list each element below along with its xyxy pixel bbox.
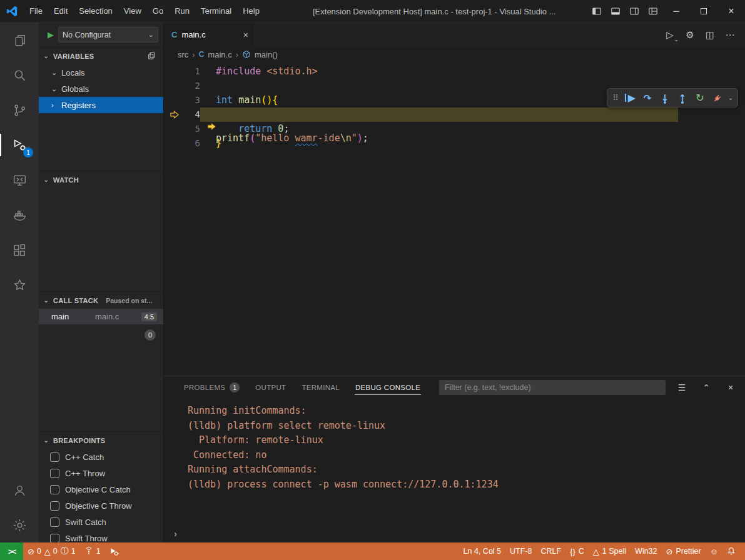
menu-selection[interactable]: Selection (73, 3, 118, 19)
explorer-icon[interactable] (0, 22, 39, 58)
breakpoint-gutter[interactable] (164, 64, 186, 79)
code-text[interactable]: return 0; (200, 122, 289, 136)
watch-header[interactable]: ⌄ WATCH (39, 171, 163, 188)
call-stack-header[interactable]: ⌄ CALL STACK Paused on st... (39, 292, 163, 309)
breadcrumb-symbol[interactable]: main() (255, 50, 278, 59)
more-actions-icon[interactable]: ⋯ (721, 26, 739, 44)
restart-button[interactable]: ↻ (691, 89, 709, 106)
remote-explorer-icon[interactable] (0, 162, 39, 198)
code-line[interactable]: 6 } (164, 136, 745, 151)
notifications-status[interactable] (722, 542, 740, 560)
diagnostics-status[interactable]: ⊘0 △0 ⓘ1 (23, 542, 80, 560)
menu-run[interactable]: Run (169, 3, 195, 19)
variables-header[interactable]: ⌄ VARIABLES (39, 48, 163, 64)
minimize-button[interactable]: ─ (662, 0, 690, 22)
source-control-icon[interactable] (0, 92, 39, 128)
eol-status[interactable]: CRLF (536, 542, 565, 560)
step-out-button[interactable]: ↑ (674, 89, 691, 106)
code-line-current[interactable]: 4 printf("hello wamr-ide\n"); (164, 108, 745, 122)
breakpoint-gutter[interactable] (164, 93, 186, 108)
tree-item-globals[interactable]: ⌄ Globals (39, 81, 163, 97)
filter-list-icon[interactable]: ☰ (674, 379, 690, 396)
checkbox-unchecked[interactable] (50, 452, 59, 462)
menu-terminal[interactable]: Terminal (195, 3, 237, 19)
code-text[interactable]: } (200, 136, 221, 151)
tab-main-c[interactable]: C main.c × (164, 22, 255, 47)
stack-frame-row[interactable]: main main.c 4:5 (39, 309, 163, 324)
menu-view[interactable]: View (118, 3, 147, 19)
spell-checker-status[interactable]: △ 1 Spell (589, 542, 631, 560)
toggle-sidebar-icon[interactable] (587, 0, 606, 22)
chevron-down-icon[interactable]: ⌄ (726, 94, 735, 101)
menu-help[interactable]: Help (237, 3, 265, 19)
run-or-debug-button[interactable]: ▷ ⌄ (661, 26, 679, 44)
breadcrumb-file[interactable]: main.c (208, 50, 231, 59)
code-line[interactable]: 1 #include <stdio.h> (164, 64, 745, 79)
disconnect-button[interactable] (709, 89, 726, 106)
gear-icon[interactable]: ⚙ (681, 26, 699, 44)
extensions-icon[interactable] (0, 232, 39, 268)
tab-terminal[interactable]: TERMINAL (298, 376, 343, 399)
drag-grip-icon[interactable]: ⠿ (610, 89, 621, 106)
breakpoints-header[interactable]: ⌄ BREAKPOINTS (39, 432, 163, 449)
checkbox-unchecked[interactable] (50, 501, 59, 511)
accounts-icon[interactable] (0, 472, 39, 508)
breakpoint-objc-throw[interactable]: Objective C Throw (39, 498, 163, 514)
breakpoint-objc-catch[interactable]: Objective C Catch (39, 481, 163, 498)
copy-icon[interactable] (146, 51, 156, 61)
code-line[interactable]: 5 return 0; (164, 122, 745, 136)
run-and-debug-icon[interactable]: 1 (0, 128, 39, 162)
code-text[interactable] (200, 79, 216, 93)
console-filter-input[interactable] (439, 380, 666, 395)
checkbox-unchecked[interactable] (50, 534, 59, 543)
breakpoint-cpp-throw[interactable]: C++ Throw (39, 465, 163, 481)
customize-layout-icon[interactable] (644, 0, 662, 22)
tab-debug-console[interactable]: DEBUG CONSOLE (352, 376, 424, 399)
docker-icon[interactable] (0, 198, 39, 232)
tree-item-registers[interactable]: › Registers (39, 97, 163, 113)
code-editor[interactable]: ⠿ ▶ ↷ ↓ ↑ ↻ ⌄ 1 #include <stdio.h> (164, 62, 745, 376)
platform-status[interactable]: Win32 (631, 542, 661, 560)
maximize-button[interactable] (690, 0, 717, 22)
encoding-status[interactable]: UTF-8 (505, 542, 536, 560)
settings-gear-icon[interactable] (0, 508, 39, 542)
menu-edit[interactable]: Edit (48, 3, 73, 19)
console-input-prompt[interactable]: › (174, 528, 177, 539)
ports-status[interactable]: 1 (80, 542, 105, 560)
debug-console-output[interactable]: Running initCommands: (lldb) platform se… (164, 399, 745, 542)
toggle-secondary-sidebar-icon[interactable] (625, 0, 644, 22)
breakpoint-gutter[interactable] (164, 122, 186, 136)
language-mode[interactable]: {} C (565, 542, 589, 560)
breakpoint-gutter[interactable] (164, 136, 186, 151)
current-frame-gutter-arrow-icon[interactable] (164, 108, 186, 122)
code-text[interactable]: int main(){ (200, 93, 278, 108)
continue-button[interactable]: ▶ (621, 89, 639, 106)
menu-go[interactable]: Go (147, 3, 169, 19)
maximize-panel-icon[interactable]: ⌃ (698, 379, 714, 396)
checkbox-unchecked[interactable] (50, 485, 59, 494)
breakpoint-gutter[interactable] (164, 79, 186, 93)
tab-output[interactable]: OUTPUT (251, 376, 290, 399)
cursor-position[interactable]: Ln 4, Col 5 (459, 542, 505, 560)
tree-item-locals[interactable]: ⌄ Locals (39, 64, 163, 81)
close-window-button[interactable]: × (717, 0, 745, 22)
toggle-panel-icon[interactable] (606, 0, 625, 22)
close-panel-icon[interactable]: × (722, 379, 739, 396)
breakpoint-cpp-catch[interactable]: C++ Catch (39, 449, 163, 465)
breadcrumb-folder[interactable]: src (178, 50, 188, 59)
step-over-button[interactable]: ↷ (639, 89, 656, 106)
debug-configuration-dropdown[interactable]: No Configurat ⌄ (58, 27, 158, 42)
breakpoint-swift-catch[interactable]: Swift Catch (39, 514, 163, 530)
step-into-button[interactable]: ↓ (656, 89, 674, 106)
test-explorer-star-icon[interactable] (0, 268, 39, 302)
menu-file[interactable]: File (24, 3, 48, 19)
code-text[interactable]: printf("hello wamr-ide\n"); (200, 108, 678, 122)
split-editor-icon[interactable]: ◫ (701, 26, 719, 44)
checkbox-unchecked[interactable] (50, 518, 59, 527)
prettier-status[interactable]: ⊘ Prettier (662, 542, 706, 560)
tab-problems[interactable]: PROBLEMS 1 (180, 376, 243, 399)
close-tab-icon[interactable]: × (243, 30, 248, 40)
remote-indicator[interactable]: >< (0, 542, 23, 560)
feedback-status[interactable]: ☺ (706, 542, 722, 560)
checkbox-unchecked[interactable] (50, 469, 59, 478)
